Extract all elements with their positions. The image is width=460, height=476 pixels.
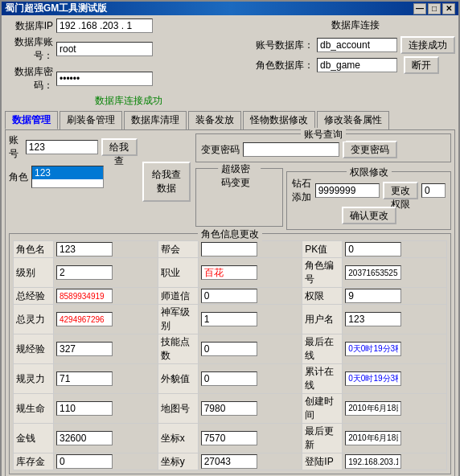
account-input[interactable]: [26, 140, 98, 154]
field-value[interactable]: [343, 258, 447, 288]
db-pwd-input[interactable]: [56, 72, 153, 86]
disconnect-button[interactable]: 断开: [404, 56, 439, 74]
perm-value-input[interactable]: [421, 183, 446, 198]
field-value[interactable]: [343, 453, 447, 470]
login-ip-input[interactable]: [345, 454, 401, 469]
coord-y-input[interactable]: [201, 454, 257, 469]
pk-input[interactable]: [345, 242, 401, 256]
account-db-row: 账号数据库： 连接成功: [256, 36, 455, 54]
new-pwd-input[interactable]: [243, 142, 339, 157]
field-value[interactable]: [198, 334, 302, 364]
char-db-label: 角色数据库：: [256, 59, 314, 72]
tab-equip-attr[interactable]: 修改装备属性: [317, 111, 389, 129]
total-exp-input[interactable]: [56, 289, 113, 303]
table-row: 规灵力 外貌值 累计在线: [14, 364, 447, 394]
main-window: 蜀门超强GM工具测试版 — □ ✕ 数据库IP 数据库账号： 数据库密码：: [0, 0, 460, 476]
field-value[interactable]: [343, 334, 447, 364]
field-value[interactable]: [198, 394, 302, 424]
field-value[interactable]: [343, 394, 447, 424]
field-value[interactable]: [198, 453, 302, 470]
field-label: 最后在线: [302, 334, 343, 364]
money-input[interactable]: [56, 431, 113, 445]
total-online-input[interactable]: [345, 371, 401, 386]
field-value[interactable]: [54, 241, 158, 258]
class-input[interactable]: [201, 265, 257, 280]
field-label: 角色名: [14, 241, 54, 258]
field-value[interactable]: [198, 258, 302, 288]
tab-data-manage[interactable]: 数据管理: [5, 111, 58, 129]
tab-monster-modify[interactable]: 怪物数据修改: [243, 111, 315, 129]
map-input[interactable]: [201, 401, 257, 416]
diamond-input[interactable]: [315, 183, 380, 198]
field-value[interactable]: [198, 241, 302, 258]
field-value[interactable]: [343, 241, 447, 258]
field-value[interactable]: [54, 258, 158, 288]
db-user-row: 数据库账号：: [5, 35, 253, 63]
looks-input[interactable]: [201, 371, 257, 386]
field-value[interactable]: [54, 305, 158, 334]
query-account-button[interactable]: 给我查: [101, 138, 138, 156]
level-input[interactable]: [56, 265, 113, 280]
field-label: 外貌值: [158, 364, 198, 394]
total-mp-input[interactable]: [56, 312, 113, 326]
field-label: 权限: [302, 288, 343, 305]
field-value[interactable]: [343, 424, 447, 453]
connect-success-button[interactable]: 连接成功: [400, 36, 455, 54]
field-value[interactable]: [198, 288, 302, 305]
maximize-button[interactable]: □: [428, 3, 441, 14]
field-label: 最后更新: [302, 424, 343, 453]
field-label: 坐标y: [158, 453, 198, 470]
field-value[interactable]: [54, 288, 158, 305]
cur-mp-input[interactable]: [56, 371, 113, 386]
field-value[interactable]: [54, 364, 158, 394]
username-input[interactable]: [345, 312, 401, 326]
tao-input[interactable]: [201, 289, 257, 303]
coord-x-input[interactable]: [201, 431, 257, 445]
char-db-input[interactable]: [317, 58, 397, 72]
field-value[interactable]: [54, 334, 158, 364]
tab-equip-manage[interactable]: 刷装备管理: [60, 111, 122, 129]
charname-input[interactable]: [56, 242, 113, 256]
field-value[interactable]: [198, 424, 302, 453]
tab-db-clean[interactable]: 数据库清理: [124, 111, 187, 129]
char-list-item[interactable]: 123: [32, 166, 103, 179]
db-user-input[interactable]: [56, 42, 153, 56]
field-value[interactable]: [54, 424, 158, 453]
field-value[interactable]: [343, 305, 447, 334]
skill-pts-input[interactable]: [201, 342, 257, 356]
field-label: 师道信: [158, 288, 198, 305]
table-row: 库存金 坐标y 登陆IP: [14, 453, 447, 470]
storage-gold-input[interactable]: [56, 454, 113, 469]
field-value[interactable]: [54, 453, 158, 470]
char-list[interactable]: 123: [31, 166, 104, 188]
create-time-input[interactable]: [345, 401, 401, 416]
close-button[interactable]: ✕: [442, 3, 455, 14]
modify-perm-button[interactable]: 更改权限: [383, 182, 418, 199]
query-data-button[interactable]: 给我查 数据: [142, 162, 191, 202]
field-label: 规生命: [14, 394, 54, 424]
account-db-input[interactable]: [317, 38, 397, 52]
minimize-button[interactable]: —: [413, 3, 426, 14]
account-query-left: 账号 给我查 角色 123: [9, 133, 138, 230]
db-user-label: 数据库账号：: [5, 35, 53, 63]
super-pwd-section: 超级密码变更: [195, 168, 283, 227]
field-value[interactable]: [198, 305, 302, 334]
db-pwd-label: 数据库密码：: [5, 65, 53, 92]
table-row: 总经验 师道信 权限: [14, 288, 447, 305]
field-value[interactable]: [54, 394, 158, 424]
confirm-change-button[interactable]: 确认更改: [342, 207, 396, 224]
cur-hp-input[interactable]: [56, 401, 113, 416]
field-value[interactable]: [343, 364, 447, 394]
guild-input[interactable]: [201, 242, 257, 256]
db-ip-input[interactable]: [56, 18, 153, 33]
field-value[interactable]: [343, 288, 447, 305]
last-online-input[interactable]: [345, 342, 401, 356]
last-update-input[interactable]: [345, 431, 401, 445]
perm-input[interactable]: [345, 289, 401, 303]
tab-equip-dist[interactable]: 装备发放: [188, 111, 241, 129]
change-pwd-button[interactable]: 变更密码: [343, 141, 397, 158]
cur-exp-input[interactable]: [56, 342, 113, 356]
char-id-input[interactable]: [345, 265, 401, 280]
army-level-input[interactable]: [201, 312, 257, 326]
field-value[interactable]: [198, 364, 302, 394]
